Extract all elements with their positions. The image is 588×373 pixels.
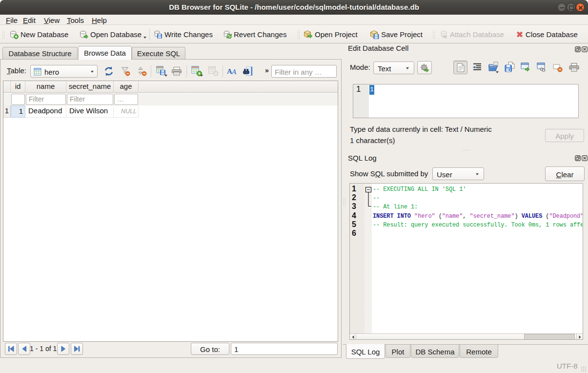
svg-text:A: A: [231, 68, 237, 76]
